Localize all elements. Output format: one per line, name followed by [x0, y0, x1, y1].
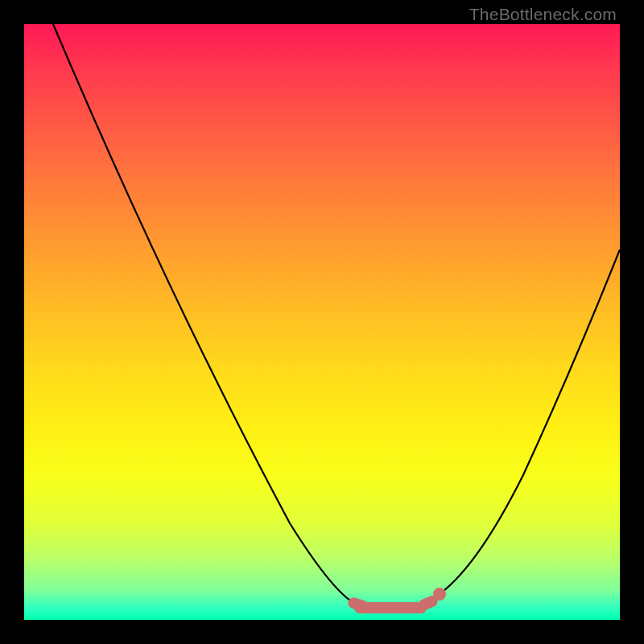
bottleneck-curve	[24, 24, 620, 620]
plot-area	[24, 24, 620, 620]
watermark-text: TheBottleneck.com	[469, 5, 617, 24]
optimal-end-dot	[433, 588, 446, 601]
curve-right-branch	[435, 250, 620, 597]
chart-container: TheBottleneck.com	[0, 0, 644, 644]
curve-left-branch	[53, 24, 353, 602]
